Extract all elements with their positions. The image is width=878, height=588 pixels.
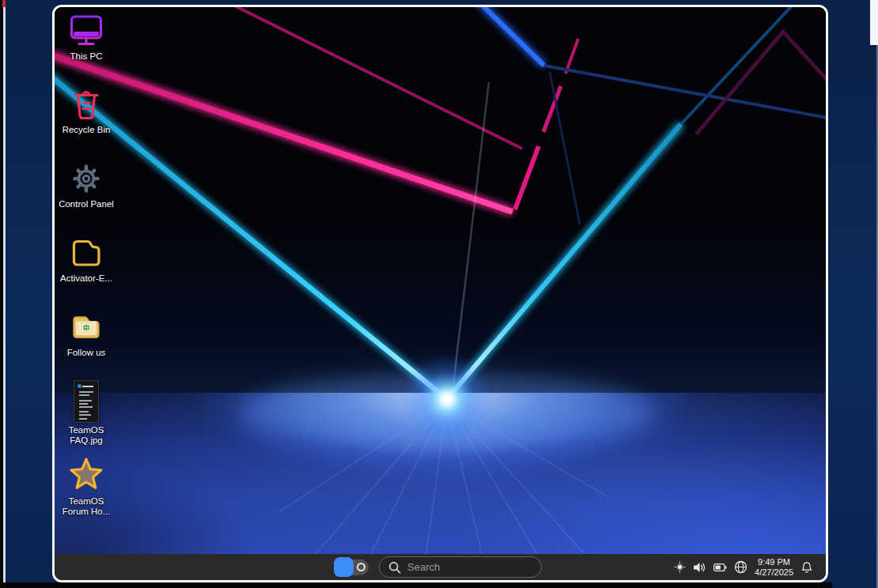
icon-label: Recycle Bin <box>56 125 116 135</box>
remote-desktop-window: This PC Recycle Bin <box>52 5 828 582</box>
left-edge-red-tick <box>2 0 6 7</box>
icon-label: Activator-E... <box>56 273 116 284</box>
desktop-icon-teamos-forum[interactable]: TeamOS Forum Ho... <box>56 454 116 517</box>
taskbar: 9:49 PM 4/27/2025 <box>55 554 826 580</box>
image-file-icon <box>74 380 99 423</box>
wallpaper-neon-lines <box>55 7 826 554</box>
brightness-glow-icon[interactable] <box>674 561 686 573</box>
icon-label: This PC <box>56 51 116 62</box>
star-icon <box>66 454 106 494</box>
search-input[interactable] <box>407 561 526 573</box>
search-box[interactable] <box>379 556 542 578</box>
toggle-knob <box>334 557 354 577</box>
battery-icon[interactable] <box>713 563 727 572</box>
desktop-icon-control-panel[interactable]: Control Panel <box>56 159 116 209</box>
network-globe-icon[interactable] <box>734 560 747 574</box>
icon-label: TeamOS FAQ.jpg <box>56 425 116 446</box>
right-edge-strip <box>870 0 878 45</box>
tray-clock[interactable]: 9:49 PM 4/27/2025 <box>755 557 793 577</box>
folder-icon <box>67 233 105 271</box>
monitor-icon <box>67 11 105 49</box>
clock-date: 4/27/2025 <box>755 567 793 578</box>
folder-globe-icon <box>67 307 105 345</box>
desktop-icon-activator[interactable]: Activator-E... <box>56 233 116 284</box>
search-icon <box>388 561 401 574</box>
notifications-bell-icon[interactable] <box>800 561 813 574</box>
left-edge-line <box>3 0 6 588</box>
gear-icon <box>67 159 105 197</box>
volume-icon[interactable] <box>693 562 706 573</box>
desktop-icon-teamos-faq[interactable]: TeamOS FAQ.jpg <box>56 380 116 446</box>
desktop-icon-follow-us[interactable]: Follow us <box>56 307 116 358</box>
desktop-icon-recycle-bin[interactable]: Recycle Bin <box>56 85 116 135</box>
icon-label: Control Panel <box>56 199 116 209</box>
taskbar-toggle[interactable] <box>336 560 369 575</box>
icon-label: TeamOS Forum Ho... <box>56 496 116 517</box>
outer-frame: This PC Recycle Bin <box>0 0 878 588</box>
toggle-off-ring <box>357 563 365 571</box>
icon-label: Follow us <box>56 348 116 358</box>
recycle-bin-icon <box>67 85 105 122</box>
clock-time: 9:49 PM <box>755 557 793 567</box>
wallpaper <box>55 7 826 554</box>
desktop-icon-this-pc[interactable]: This PC <box>56 11 116 62</box>
bottom-edge-black <box>0 582 832 588</box>
